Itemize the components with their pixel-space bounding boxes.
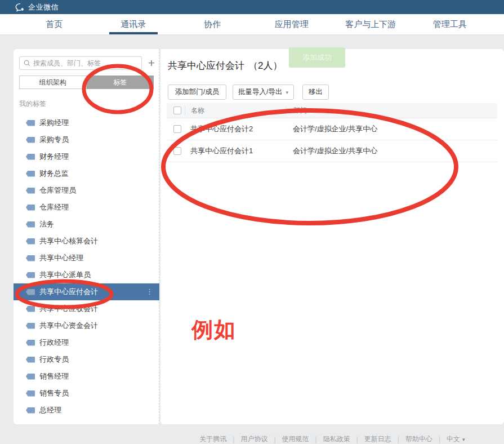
footer-separator: | bbox=[315, 436, 317, 443]
tag-item[interactable]: 共享中心核算会计 bbox=[14, 233, 159, 250]
tag-label: 总经理 bbox=[39, 405, 61, 415]
tag-label: 共享中心核算会计 bbox=[39, 236, 98, 246]
footer-link-user-agreement[interactable]: 用户协议 bbox=[240, 434, 267, 444]
tag-item[interactable]: 财务总监 bbox=[14, 165, 159, 182]
footer-link-about[interactable]: 关于腾讯 bbox=[199, 434, 226, 444]
tag-label: 共享中心资金会计 bbox=[39, 321, 98, 331]
tag-label: 销售经理 bbox=[39, 371, 69, 381]
member-name: 共享中心应付会计2 bbox=[185, 124, 286, 134]
add-department-member-button[interactable]: 添加部门/成员 bbox=[168, 85, 226, 100]
more-options-icon[interactable]: ⋮ bbox=[146, 283, 153, 300]
nav-tab-admin-tools[interactable]: 管理工具 bbox=[411, 14, 490, 34]
footer-link-changelog[interactable]: 更新日志 bbox=[364, 434, 391, 444]
tag-item[interactable]: 共享中心应收会计 bbox=[14, 300, 159, 317]
select-all-checkbox[interactable] bbox=[173, 106, 181, 114]
nav-tab-contacts[interactable]: 通讯录 bbox=[94, 14, 173, 34]
my-tags-heading: 我的标签 bbox=[19, 99, 46, 109]
tag-item[interactable]: 财务经理 bbox=[14, 148, 159, 165]
footer-separator: | bbox=[274, 436, 275, 443]
tag-icon bbox=[26, 357, 35, 363]
tag-item[interactable]: 行政经理 bbox=[14, 334, 159, 351]
page-title: 共享中心应付会计 （2人） bbox=[168, 59, 282, 72]
tag-item[interactable]: 仓库管理员 bbox=[14, 182, 159, 199]
tag-icon bbox=[26, 221, 35, 228]
tag-item[interactable]: 销售经理 bbox=[14, 368, 159, 385]
tag-detail-panel: 共享中心应付会计 （2人） 添加部门/成员 批量导入/导出 ▾ 移出 名称 部门… bbox=[160, 49, 504, 424]
member-department: 会计学/虚拟企业/共享中心 bbox=[286, 124, 497, 134]
tag-item-selected[interactable]: 共享中心应付会计⋮ bbox=[14, 283, 159, 300]
tag-label: 财务总监 bbox=[39, 168, 69, 179]
search-icon bbox=[24, 60, 30, 66]
tag-icon bbox=[26, 374, 35, 380]
tag-label: 行政经理 bbox=[39, 338, 69, 348]
batch-import-export-label: 批量导入/导出 bbox=[238, 87, 282, 97]
table-row[interactable]: 共享中心应付会计2 会计学/虚拟企业/共享中心 bbox=[167, 118, 497, 140]
search-box[interactable] bbox=[19, 56, 142, 70]
tag-icon bbox=[26, 289, 35, 295]
tag-item[interactable]: 采购专员 bbox=[14, 131, 159, 148]
main-nav: 首页 通讯录 协作 应用管理 客户与上下游 管理工具 bbox=[0, 14, 504, 35]
tag-label: 共享中心应付会计 bbox=[39, 287, 98, 297]
nav-tab-app-management[interactable]: 应用管理 bbox=[252, 14, 332, 34]
tag-icon bbox=[26, 306, 35, 312]
tag-item[interactable]: 法务 bbox=[14, 216, 159, 233]
tag-item[interactable]: 采购经理 bbox=[14, 114, 159, 131]
tag-icon bbox=[26, 323, 35, 329]
row-checkbox[interactable] bbox=[173, 147, 181, 155]
tag-icon bbox=[26, 154, 35, 160]
tag-item[interactable]: 仓库经理 bbox=[14, 199, 159, 216]
footer-link-help-center[interactable]: 帮助中心 bbox=[405, 434, 432, 444]
tag-label: 法务 bbox=[39, 219, 54, 229]
table-header: 名称 部门 bbox=[167, 103, 497, 118]
tag-label: 行政专员 bbox=[39, 354, 69, 365]
tag-label: 仓库经理 bbox=[39, 202, 69, 212]
footer-link-usage-rules[interactable]: 使用规范 bbox=[282, 434, 309, 444]
search-input[interactable] bbox=[33, 59, 137, 67]
tag-label: 采购专员 bbox=[39, 135, 69, 145]
success-toast: 添加成功 bbox=[289, 47, 345, 68]
row-checkbox[interactable] bbox=[173, 125, 181, 133]
nav-tab-home[interactable]: 首页 bbox=[15, 14, 94, 34]
tag-icon bbox=[26, 238, 35, 245]
remove-button[interactable]: 移出 bbox=[302, 85, 329, 100]
tag-label: 销售专员 bbox=[39, 388, 69, 398]
language-label: 中文 bbox=[447, 434, 460, 444]
footer: 关于腾讯 | 用户协议 | 使用规范 | 隐私政策 | 更新日志 | 帮助中心 … bbox=[160, 434, 504, 444]
footer-separator: | bbox=[233, 436, 234, 443]
tag-item[interactable]: 总经理 bbox=[14, 402, 159, 419]
add-tag-button[interactable]: + bbox=[144, 56, 159, 70]
footer-separator: | bbox=[398, 436, 399, 443]
tag-item[interactable]: 共享中心资金会计 bbox=[14, 317, 159, 334]
members-table: 名称 部门 共享中心应付会计2 会计学/虚拟企业/共享中心 共享中心应付会计1 … bbox=[167, 103, 497, 162]
tag-icon bbox=[26, 340, 35, 346]
contacts-sidebar: + 组织架构 标签 我的标签 采购经理 采购专员 财务经理 财务总监 仓库管理员… bbox=[14, 49, 159, 424]
tag-list: 采购经理 采购专员 财务经理 财务总监 仓库管理员 仓库经理 法务 共享中心核算… bbox=[14, 114, 159, 419]
tag-label: 财务经理 bbox=[39, 152, 69, 162]
tag-item[interactable]: 共享中心经理 bbox=[14, 250, 159, 267]
tag-icon bbox=[26, 272, 35, 278]
tag-item[interactable]: 行政专员 bbox=[14, 351, 159, 368]
footer-link-privacy-policy[interactable]: 隐私政策 bbox=[323, 434, 350, 444]
footer-separator: | bbox=[356, 436, 358, 443]
tag-label: 仓库管理员 bbox=[39, 185, 76, 196]
nav-tab-customers[interactable]: 客户与上下游 bbox=[331, 14, 411, 34]
batch-import-export-button[interactable]: 批量导入/导出 ▾ bbox=[233, 85, 294, 100]
table-row[interactable]: 共享中心应付会计1 会计学/虚拟企业/共享中心 bbox=[167, 140, 497, 162]
brand-title: 企业微信 bbox=[28, 2, 59, 12]
tag-icon bbox=[26, 120, 35, 126]
tag-title: 共享中心应付会计 bbox=[168, 59, 244, 72]
language-selector[interactable]: 中文 ▾ bbox=[447, 434, 465, 444]
tag-item[interactable]: 销售专员 bbox=[14, 385, 159, 402]
member-count: （2人） bbox=[248, 59, 282, 72]
tag-item[interactable]: 共享中心派单员 bbox=[14, 267, 159, 283]
chevron-down-icon: ▾ bbox=[462, 437, 465, 442]
column-header-name: 名称 bbox=[185, 106, 286, 115]
tag-icon bbox=[26, 390, 35, 397]
column-header-department: 部门 bbox=[286, 106, 497, 115]
nav-tab-collaboration[interactable]: 协作 bbox=[173, 14, 252, 34]
tag-icon bbox=[26, 407, 35, 414]
tag-label: 采购经理 bbox=[39, 118, 69, 128]
tab-tags[interactable]: 标签 bbox=[87, 76, 154, 89]
tag-icon bbox=[26, 137, 35, 143]
tab-org-structure[interactable]: 组织架构 bbox=[19, 76, 87, 89]
